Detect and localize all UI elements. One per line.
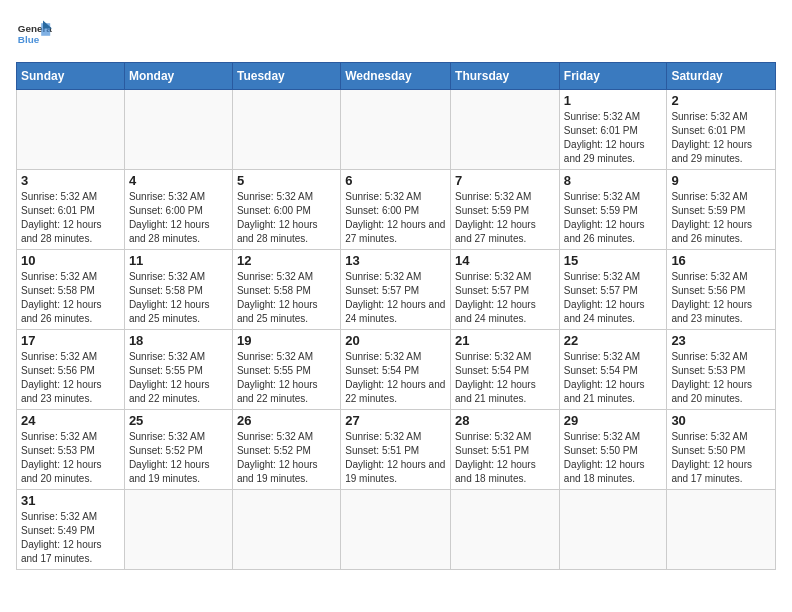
calendar-cell [451, 90, 560, 170]
day-info: Sunrise: 5:32 AM Sunset: 6:00 PM Dayligh… [237, 190, 336, 246]
calendar-cell: 9Sunrise: 5:32 AM Sunset: 5:59 PM Daylig… [667, 170, 776, 250]
calendar-cell [124, 90, 232, 170]
calendar-cell: 3Sunrise: 5:32 AM Sunset: 6:01 PM Daylig… [17, 170, 125, 250]
weekday-header-monday: Monday [124, 63, 232, 90]
calendar-cell: 7Sunrise: 5:32 AM Sunset: 5:59 PM Daylig… [451, 170, 560, 250]
weekday-header-tuesday: Tuesday [232, 63, 340, 90]
day-info: Sunrise: 5:32 AM Sunset: 6:00 PM Dayligh… [129, 190, 228, 246]
calendar-cell: 16Sunrise: 5:32 AM Sunset: 5:56 PM Dayli… [667, 250, 776, 330]
calendar-cell: 5Sunrise: 5:32 AM Sunset: 6:00 PM Daylig… [232, 170, 340, 250]
calendar-cell: 2Sunrise: 5:32 AM Sunset: 6:01 PM Daylig… [667, 90, 776, 170]
calendar-cell: 27Sunrise: 5:32 AM Sunset: 5:51 PM Dayli… [341, 410, 451, 490]
calendar-week-row: 10Sunrise: 5:32 AM Sunset: 5:58 PM Dayli… [17, 250, 776, 330]
day-number: 16 [671, 253, 771, 268]
day-info: Sunrise: 5:32 AM Sunset: 5:51 PM Dayligh… [455, 430, 555, 486]
day-number: 22 [564, 333, 663, 348]
calendar-cell: 29Sunrise: 5:32 AM Sunset: 5:50 PM Dayli… [559, 410, 667, 490]
calendar-cell [124, 490, 232, 570]
day-number: 31 [21, 493, 120, 508]
day-number: 11 [129, 253, 228, 268]
day-info: Sunrise: 5:32 AM Sunset: 5:57 PM Dayligh… [455, 270, 555, 326]
calendar-cell: 14Sunrise: 5:32 AM Sunset: 5:57 PM Dayli… [451, 250, 560, 330]
day-number: 23 [671, 333, 771, 348]
day-info: Sunrise: 5:32 AM Sunset: 5:59 PM Dayligh… [564, 190, 663, 246]
calendar-cell [559, 490, 667, 570]
day-info: Sunrise: 5:32 AM Sunset: 6:01 PM Dayligh… [564, 110, 663, 166]
day-info: Sunrise: 5:32 AM Sunset: 5:57 PM Dayligh… [345, 270, 446, 326]
day-number: 28 [455, 413, 555, 428]
calendar-cell: 28Sunrise: 5:32 AM Sunset: 5:51 PM Dayli… [451, 410, 560, 490]
day-info: Sunrise: 5:32 AM Sunset: 5:59 PM Dayligh… [455, 190, 555, 246]
calendar-cell: 10Sunrise: 5:32 AM Sunset: 5:58 PM Dayli… [17, 250, 125, 330]
day-info: Sunrise: 5:32 AM Sunset: 5:52 PM Dayligh… [129, 430, 228, 486]
weekday-header-thursday: Thursday [451, 63, 560, 90]
day-number: 7 [455, 173, 555, 188]
day-number: 21 [455, 333, 555, 348]
day-number: 2 [671, 93, 771, 108]
calendar-week-row: 17Sunrise: 5:32 AM Sunset: 5:56 PM Dayli… [17, 330, 776, 410]
calendar-cell: 11Sunrise: 5:32 AM Sunset: 5:58 PM Dayli… [124, 250, 232, 330]
calendar-week-row: 1Sunrise: 5:32 AM Sunset: 6:01 PM Daylig… [17, 90, 776, 170]
calendar-cell: 6Sunrise: 5:32 AM Sunset: 6:00 PM Daylig… [341, 170, 451, 250]
calendar-cell [232, 490, 340, 570]
day-info: Sunrise: 5:32 AM Sunset: 5:54 PM Dayligh… [345, 350, 446, 406]
day-info: Sunrise: 5:32 AM Sunset: 5:54 PM Dayligh… [455, 350, 555, 406]
day-info: Sunrise: 5:32 AM Sunset: 5:55 PM Dayligh… [237, 350, 336, 406]
day-info: Sunrise: 5:32 AM Sunset: 5:52 PM Dayligh… [237, 430, 336, 486]
day-info: Sunrise: 5:32 AM Sunset: 6:00 PM Dayligh… [345, 190, 446, 246]
day-number: 8 [564, 173, 663, 188]
day-number: 17 [21, 333, 120, 348]
day-number: 4 [129, 173, 228, 188]
calendar-week-row: 24Sunrise: 5:32 AM Sunset: 5:53 PM Dayli… [17, 410, 776, 490]
day-info: Sunrise: 5:32 AM Sunset: 5:56 PM Dayligh… [671, 270, 771, 326]
day-number: 29 [564, 413, 663, 428]
day-number: 25 [129, 413, 228, 428]
logo: General Blue [16, 16, 52, 52]
day-number: 10 [21, 253, 120, 268]
day-number: 20 [345, 333, 446, 348]
weekday-header-saturday: Saturday [667, 63, 776, 90]
day-number: 3 [21, 173, 120, 188]
calendar-cell: 17Sunrise: 5:32 AM Sunset: 5:56 PM Dayli… [17, 330, 125, 410]
day-number: 30 [671, 413, 771, 428]
calendar-cell: 20Sunrise: 5:32 AM Sunset: 5:54 PM Dayli… [341, 330, 451, 410]
day-number: 19 [237, 333, 336, 348]
calendar-cell [17, 90, 125, 170]
calendar-cell: 8Sunrise: 5:32 AM Sunset: 5:59 PM Daylig… [559, 170, 667, 250]
calendar-cell [451, 490, 560, 570]
calendar-cell: 13Sunrise: 5:32 AM Sunset: 5:57 PM Dayli… [341, 250, 451, 330]
day-number: 27 [345, 413, 446, 428]
calendar-table: SundayMondayTuesdayWednesdayThursdayFrid… [16, 62, 776, 570]
day-number: 26 [237, 413, 336, 428]
day-number: 14 [455, 253, 555, 268]
calendar-week-row: 31Sunrise: 5:32 AM Sunset: 5:49 PM Dayli… [17, 490, 776, 570]
calendar-cell: 21Sunrise: 5:32 AM Sunset: 5:54 PM Dayli… [451, 330, 560, 410]
weekday-header-sunday: Sunday [17, 63, 125, 90]
calendar-cell: 26Sunrise: 5:32 AM Sunset: 5:52 PM Dayli… [232, 410, 340, 490]
day-number: 15 [564, 253, 663, 268]
day-info: Sunrise: 5:32 AM Sunset: 5:53 PM Dayligh… [21, 430, 120, 486]
day-info: Sunrise: 5:32 AM Sunset: 5:58 PM Dayligh… [21, 270, 120, 326]
calendar-cell: 25Sunrise: 5:32 AM Sunset: 5:52 PM Dayli… [124, 410, 232, 490]
day-number: 5 [237, 173, 336, 188]
day-info: Sunrise: 5:32 AM Sunset: 5:57 PM Dayligh… [564, 270, 663, 326]
calendar-cell [341, 90, 451, 170]
generalblue-logo-icon: General Blue [16, 16, 52, 52]
calendar-week-row: 3Sunrise: 5:32 AM Sunset: 6:01 PM Daylig… [17, 170, 776, 250]
day-info: Sunrise: 5:32 AM Sunset: 5:50 PM Dayligh… [671, 430, 771, 486]
calendar-cell: 12Sunrise: 5:32 AM Sunset: 5:58 PM Dayli… [232, 250, 340, 330]
day-info: Sunrise: 5:32 AM Sunset: 5:50 PM Dayligh… [564, 430, 663, 486]
calendar-cell [667, 490, 776, 570]
calendar-cell: 18Sunrise: 5:32 AM Sunset: 5:55 PM Dayli… [124, 330, 232, 410]
day-info: Sunrise: 5:32 AM Sunset: 5:55 PM Dayligh… [129, 350, 228, 406]
day-info: Sunrise: 5:32 AM Sunset: 5:58 PM Dayligh… [237, 270, 336, 326]
day-info: Sunrise: 5:32 AM Sunset: 5:56 PM Dayligh… [21, 350, 120, 406]
day-info: Sunrise: 5:32 AM Sunset: 6:01 PM Dayligh… [671, 110, 771, 166]
day-number: 24 [21, 413, 120, 428]
header: General Blue [16, 16, 776, 52]
calendar-cell: 31Sunrise: 5:32 AM Sunset: 5:49 PM Dayli… [17, 490, 125, 570]
calendar-cell: 24Sunrise: 5:32 AM Sunset: 5:53 PM Dayli… [17, 410, 125, 490]
day-info: Sunrise: 5:32 AM Sunset: 5:51 PM Dayligh… [345, 430, 446, 486]
day-number: 12 [237, 253, 336, 268]
day-number: 1 [564, 93, 663, 108]
